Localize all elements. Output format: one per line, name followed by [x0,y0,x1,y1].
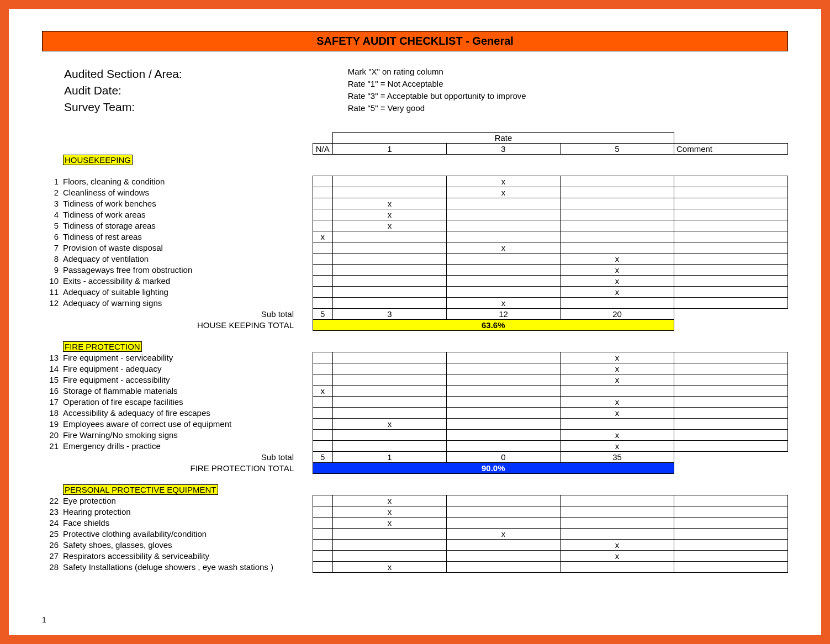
rate-cell-c5[interactable]: x [561,352,674,363]
comment-cell[interactable] [674,562,788,573]
rate-cell-c5[interactable]: x [561,374,674,386]
rate-cell-c3[interactable] [447,506,561,518]
comment-cell[interactable] [674,231,788,242]
rate-cell-na[interactable] [313,408,333,419]
rate-cell-c5[interactable]: x [561,441,674,452]
rate-cell-na[interactable] [313,529,333,540]
rate-cell-c1[interactable] [333,231,447,242]
rate-cell-c3[interactable]: x [447,176,561,187]
comment-cell[interactable] [674,540,788,551]
rate-cell-c1[interactable] [333,254,447,265]
rate-cell-c1[interactable]: x [333,220,447,231]
rate-cell-c3[interactable] [447,518,561,529]
rate-cell-c1[interactable] [333,287,447,298]
comment-cell[interactable] [674,551,788,562]
comment-cell[interactable] [674,430,788,441]
comment-cell[interactable] [674,441,788,452]
rate-cell-c1[interactable] [333,298,447,309]
rate-cell-na[interactable] [313,242,333,254]
rate-cell-c3[interactable] [447,430,561,441]
rate-cell-c1[interactable] [333,276,447,287]
rate-cell-c3[interactable] [447,441,561,452]
comment-cell[interactable] [674,386,788,397]
rate-cell-c1[interactable] [333,265,447,276]
rate-cell-c1[interactable] [333,176,447,187]
rate-cell-c5[interactable] [561,176,674,187]
comment-cell[interactable] [674,506,788,518]
rate-cell-c1[interactable] [333,352,447,363]
rate-cell-c5[interactable] [561,562,674,573]
rate-cell-c5[interactable] [561,298,674,309]
rate-cell-na[interactable] [313,287,333,298]
rate-cell-c3[interactable] [447,419,561,430]
rate-cell-c3[interactable] [447,562,561,573]
rate-cell-c5[interactable] [561,220,674,231]
rate-cell-c3[interactable] [447,374,561,386]
comment-cell[interactable] [674,276,788,287]
rate-cell-na[interactable] [313,397,333,408]
rate-cell-c5[interactable] [561,495,674,506]
rate-cell-c5[interactable]: x [561,287,674,298]
rate-cell-c3[interactable]: x [447,298,561,309]
rate-cell-c5[interactable]: x [561,551,674,562]
rate-cell-c3[interactable] [447,397,561,408]
comment-cell[interactable] [674,408,788,419]
rate-cell-c5[interactable]: x [561,276,674,287]
rate-cell-c3[interactable] [447,352,561,363]
comment-cell[interactable] [674,298,788,309]
rate-cell-c1[interactable] [333,397,447,408]
rate-cell-c3[interactable]: x [447,242,561,254]
comment-cell[interactable] [674,419,788,430]
comment-cell[interactable] [674,198,788,209]
rate-cell-c5[interactable] [561,198,674,209]
comment-cell[interactable] [674,254,788,265]
comment-cell[interactable] [674,220,788,231]
rate-cell-c1[interactable]: x [333,506,447,518]
rate-cell-c3[interactable] [447,209,561,220]
rate-cell-na[interactable] [313,352,333,363]
rate-cell-c1[interactable] [333,551,447,562]
rate-cell-c5[interactable] [561,231,674,242]
comment-cell[interactable] [674,209,788,220]
rate-cell-na[interactable] [313,374,333,386]
rate-cell-c5[interactable]: x [561,363,674,374]
rate-cell-c1[interactable] [333,529,447,540]
rate-cell-na[interactable] [313,419,333,430]
rate-cell-c3[interactable] [447,540,561,551]
rate-cell-c1[interactable] [333,408,447,419]
rate-cell-na[interactable] [313,441,333,452]
comment-cell[interactable] [674,176,788,187]
rate-cell-c5[interactable]: x [561,397,674,408]
rate-cell-c5[interactable] [561,386,674,397]
rate-cell-c5[interactable]: x [561,540,674,551]
rate-cell-c5[interactable]: x [561,254,674,265]
rate-cell-c3[interactable] [447,254,561,265]
comment-cell[interactable] [674,287,788,298]
comment-cell[interactable] [674,352,788,363]
comment-cell[interactable] [674,265,788,276]
rate-cell-c1[interactable] [333,374,447,386]
rate-cell-c1[interactable]: x [333,562,447,573]
rate-cell-c3[interactable] [447,287,561,298]
rate-cell-na[interactable] [313,518,333,529]
rate-cell-c5[interactable] [561,187,674,198]
comment-cell[interactable] [674,518,788,529]
rate-cell-c3[interactable]: x [447,187,561,198]
comment-cell[interactable] [674,242,788,254]
rate-cell-na[interactable] [313,430,333,441]
rate-cell-na[interactable] [313,363,333,374]
rate-cell-c5[interactable] [561,529,674,540]
comment-cell[interactable] [674,397,788,408]
comment-cell[interactable] [674,529,788,540]
rate-cell-na[interactable] [313,276,333,287]
rate-cell-c3[interactable] [447,386,561,397]
rate-cell-c1[interactable] [333,242,447,254]
comment-cell[interactable] [674,495,788,506]
rate-cell-c1[interactable] [333,363,447,374]
rate-cell-na[interactable]: x [313,231,333,242]
rate-cell-c1[interactable]: x [333,518,447,529]
rate-cell-c3[interactable] [447,363,561,374]
rate-cell-c3[interactable]: x [447,529,561,540]
rate-cell-na[interactable] [313,198,333,209]
rate-cell-c1[interactable] [333,540,447,551]
